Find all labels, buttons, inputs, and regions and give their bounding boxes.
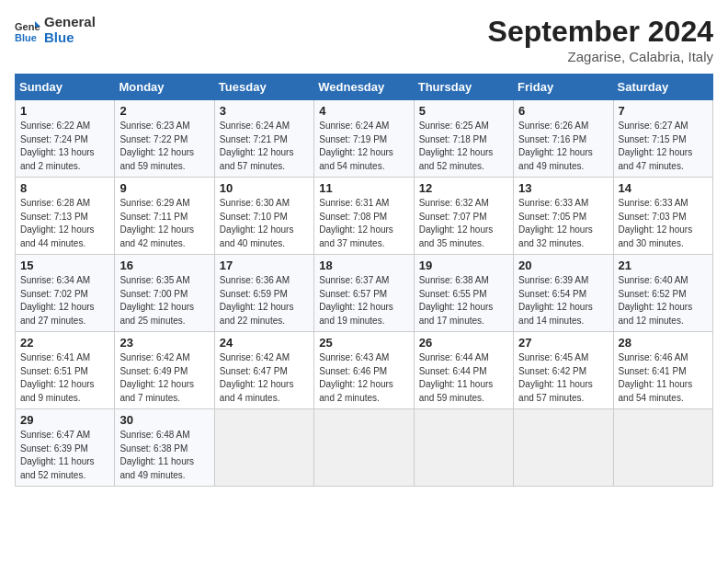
page-header: General Blue General Blue September 2024… xyxy=(15,15,713,64)
table-row: 7Sunrise: 6:27 AMSunset: 7:15 PMDaylight… xyxy=(613,100,712,178)
logo: General Blue General Blue xyxy=(15,15,96,45)
table-row xyxy=(613,409,712,487)
table-row: 9Sunrise: 6:29 AMSunset: 7:11 PMDaylight… xyxy=(115,178,214,255)
table-row: 18Sunrise: 6:37 AMSunset: 6:57 PMDayligh… xyxy=(314,255,414,332)
col-monday: Monday xyxy=(115,75,214,100)
table-row: 17Sunrise: 6:36 AMSunset: 6:59 PMDayligh… xyxy=(214,255,313,332)
table-row: 15Sunrise: 6:34 AMSunset: 7:02 PMDayligh… xyxy=(16,255,115,332)
logo-icon: General Blue xyxy=(15,17,40,43)
table-row: 2Sunrise: 6:23 AMSunset: 7:22 PMDaylight… xyxy=(115,100,214,178)
table-row: 28Sunrise: 6:46 AMSunset: 6:41 PMDayligh… xyxy=(613,332,712,409)
table-row: 14Sunrise: 6:33 AMSunset: 7:03 PMDayligh… xyxy=(613,178,712,255)
table-row xyxy=(414,409,513,487)
table-row xyxy=(514,409,613,487)
col-friday: Friday xyxy=(514,75,613,100)
logo-text-blue: Blue xyxy=(44,30,96,46)
col-saturday: Saturday xyxy=(613,75,712,100)
svg-text:Blue: Blue xyxy=(15,32,37,43)
title-block: September 2024 Zagarise, Calabria, Italy xyxy=(488,15,713,64)
table-row: 24Sunrise: 6:42 AMSunset: 6:47 PMDayligh… xyxy=(214,332,313,409)
table-row: 3Sunrise: 6:24 AMSunset: 7:21 PMDaylight… xyxy=(214,100,313,178)
table-row: 11Sunrise: 6:31 AMSunset: 7:08 PMDayligh… xyxy=(314,178,414,255)
table-row: 1Sunrise: 6:22 AMSunset: 7:24 PMDaylight… xyxy=(16,100,115,178)
table-row: 16Sunrise: 6:35 AMSunset: 7:00 PMDayligh… xyxy=(115,255,214,332)
table-row: 4Sunrise: 6:24 AMSunset: 7:19 PMDaylight… xyxy=(314,100,414,178)
table-row: 19Sunrise: 6:38 AMSunset: 6:55 PMDayligh… xyxy=(414,255,513,332)
calendar-table: Sunday Monday Tuesday Wednesday Thursday… xyxy=(15,74,713,487)
table-row: 26Sunrise: 6:44 AMSunset: 6:44 PMDayligh… xyxy=(414,332,513,409)
table-row: 30Sunrise: 6:48 AMSunset: 6:38 PMDayligh… xyxy=(115,409,214,487)
table-row: 21Sunrise: 6:40 AMSunset: 6:52 PMDayligh… xyxy=(613,255,712,332)
table-row xyxy=(314,409,414,487)
table-row: 5Sunrise: 6:25 AMSunset: 7:18 PMDaylight… xyxy=(414,100,513,178)
calendar-header-row: Sunday Monday Tuesday Wednesday Thursday… xyxy=(16,75,713,100)
col-thursday: Thursday xyxy=(414,75,513,100)
table-row: 13Sunrise: 6:33 AMSunset: 7:05 PMDayligh… xyxy=(514,178,613,255)
table-row: 8Sunrise: 6:28 AMSunset: 7:13 PMDaylight… xyxy=(16,178,115,255)
month-title: September 2024 xyxy=(488,15,713,49)
table-row: 6Sunrise: 6:26 AMSunset: 7:16 PMDaylight… xyxy=(514,100,613,178)
table-row: 23Sunrise: 6:42 AMSunset: 6:49 PMDayligh… xyxy=(115,332,214,409)
col-wednesday: Wednesday xyxy=(314,75,414,100)
table-row: 27Sunrise: 6:45 AMSunset: 6:42 PMDayligh… xyxy=(514,332,613,409)
location: Zagarise, Calabria, Italy xyxy=(488,49,713,64)
table-row: 25Sunrise: 6:43 AMSunset: 6:46 PMDayligh… xyxy=(314,332,414,409)
col-tuesday: Tuesday xyxy=(214,75,313,100)
table-row: 10Sunrise: 6:30 AMSunset: 7:10 PMDayligh… xyxy=(214,178,313,255)
logo-text-general: General xyxy=(44,15,96,30)
table-row: 29Sunrise: 6:47 AMSunset: 6:39 PMDayligh… xyxy=(16,409,115,487)
table-row: 20Sunrise: 6:39 AMSunset: 6:54 PMDayligh… xyxy=(514,255,613,332)
table-row: 12Sunrise: 6:32 AMSunset: 7:07 PMDayligh… xyxy=(414,178,513,255)
col-sunday: Sunday xyxy=(16,75,115,100)
table-row xyxy=(214,409,313,487)
table-row: 22Sunrise: 6:41 AMSunset: 6:51 PMDayligh… xyxy=(16,332,115,409)
